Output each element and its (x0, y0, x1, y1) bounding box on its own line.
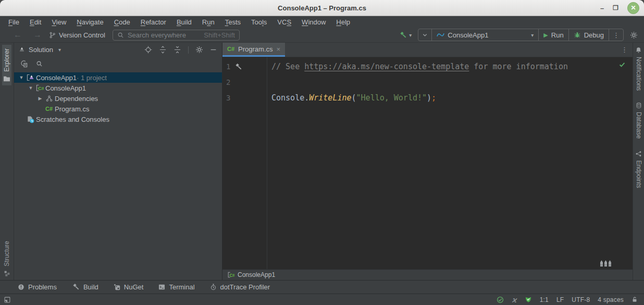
chevron-down-icon[interactable]: ▼ (17, 75, 26, 80)
tree-item-scratches-and-consoles-4[interactable]: Scratches and Consoles (14, 114, 222, 124)
menu-help[interactable]: Help (331, 18, 355, 26)
code-line-1: // See https://aka.ms/new-console-templa… (271, 59, 633, 74)
main-area: Explorer Structure Solution ▾ ▼ConsoleAp… (0, 43, 644, 280)
status-line-separator[interactable]: LF (556, 296, 564, 303)
solution-tree: ▼ConsoleApp1 · 1 project▼C#ConsoleApp1▶D… (14, 71, 222, 280)
gutter-line-3: 3 (222, 90, 267, 106)
gear-icon[interactable] (195, 46, 203, 54)
toolwindow-tab-nuget[interactable]: NuGet (114, 283, 144, 291)
toolwindow-tab-terminal[interactable]: Terminal (158, 283, 194, 291)
status-code-analysis-icon[interactable] (525, 296, 532, 303)
debug-button[interactable]: Debug (568, 29, 609, 41)
select-opened-file-icon[interactable] (20, 60, 28, 68)
menu-view[interactable]: View (46, 18, 71, 26)
menu-run[interactable]: Run (197, 18, 220, 26)
tree-item-label: Program.cs (55, 105, 89, 113)
editor-gutter: 123 (222, 57, 267, 269)
solution-panel-header: Solution ▾ (14, 43, 222, 57)
minimize-icon[interactable] (210, 46, 217, 53)
tab-close-icon[interactable]: × (277, 46, 281, 53)
toolbar-right: ▾ ConsoleApp1 ▾ ▶ Run Debug (399, 29, 638, 41)
menu-code[interactable]: Code (109, 18, 135, 26)
status-indent-style[interactable]: 4 spaces (598, 296, 624, 303)
toolwindows-toggle-icon[interactable] (4, 296, 11, 303)
tree-item-program-cs-3[interactable]: C#Program.cs (14, 104, 222, 114)
menu-build[interactable]: Build (171, 18, 197, 26)
tree-item-label: Scratches and Consoles (36, 116, 109, 123)
minimize-button[interactable]: – (600, 5, 604, 11)
status-caret-position[interactable]: 1:1 (540, 296, 549, 303)
tree-item-consoleapp1-0[interactable]: ▼ConsoleApp1 · 1 project (14, 72, 222, 83)
line-number: 3 (226, 94, 230, 102)
status-encoding[interactable]: UTF-8 (572, 296, 590, 303)
sidebar-tab-structure[interactable]: Structure (3, 241, 10, 277)
toolwindow-tab-label: Build (83, 283, 98, 291)
status-inspections-ok-icon[interactable] (497, 296, 504, 303)
expand-all-icon[interactable] (159, 46, 167, 54)
menu-edit[interactable]: Edit (24, 18, 46, 26)
gutter-line-2: 2 (222, 74, 267, 90)
menu-tests[interactable]: Tests (220, 18, 246, 26)
run-configuration-select[interactable]: ConsoleApp1 ▾ (431, 29, 538, 41)
collapse-all-icon[interactable] (174, 46, 181, 54)
analysis-ok-check-icon[interactable] (618, 61, 626, 68)
debug-bug-icon (574, 31, 581, 39)
gutter-line-1: 1 (222, 59, 267, 74)
sidebar-tab-explorer[interactable]: Explorer (2, 45, 11, 85)
menu-file[interactable]: File (3, 18, 24, 26)
code-segment: . (304, 93, 309, 103)
hammer-icon (72, 283, 80, 291)
code-segment: for more information (469, 62, 568, 71)
dependencies-icon (44, 95, 54, 103)
menu-vcs[interactable]: VCS (272, 18, 296, 26)
line-number: 2 (226, 78, 230, 86)
chevron-right-icon[interactable]: ▶ (36, 96, 44, 101)
hammer-icon[interactable] (234, 63, 242, 71)
menu-tools[interactable]: Tools (246, 18, 272, 26)
editor-tab-bar: C# Program.cs × ⋮ (222, 43, 633, 57)
toolwindow-tab-build[interactable]: Build (72, 283, 98, 291)
tree-item-consoleapp1-1[interactable]: ▼C#ConsoleApp1 (14, 83, 222, 93)
close-button[interactable]: ✕ (627, 2, 639, 14)
menu-refactor[interactable]: Refactor (135, 18, 171, 26)
window-title: ConsoleApp1 – Program.cs (278, 4, 366, 12)
tree-item-dependencies-2[interactable]: ▶Dependencies (14, 93, 222, 104)
build-solution-button[interactable]: ▾ (399, 31, 412, 39)
maximize-button[interactable]: ❒ (613, 5, 618, 11)
menu-navigate[interactable]: Navigate (71, 18, 108, 26)
sidebar-tab-endpoints[interactable]: Endpoints (635, 150, 642, 188)
chevron-down-icon[interactable]: ▾ (58, 47, 61, 53)
toolwindow-tab-label: NuGet (124, 283, 144, 291)
tree-item-label: ConsoleApp1 (45, 84, 86, 92)
sidebar-tab-database[interactable]: Database (635, 102, 642, 138)
toolwindow-tab-problems[interactable]: Problems (18, 283, 57, 291)
version-control-widget[interactable]: Version Control (49, 31, 105, 39)
breadcrumb-project[interactable]: ConsoleApp1 (238, 271, 275, 278)
search-shortcut: Shift+Shift (204, 31, 235, 39)
forward-arrow-icon[interactable]: → (33, 31, 42, 39)
settings-gear-icon[interactable] (630, 31, 638, 39)
locate-icon[interactable] (144, 46, 152, 54)
chevron-down-icon[interactable]: ▼ (27, 85, 35, 91)
search-icon[interactable] (36, 60, 43, 67)
tab-program-cs[interactable]: C# Program.cs × (222, 43, 285, 57)
code-line-2 (271, 74, 633, 90)
code-editor[interactable]: 123 // See https://aka.ms/new-console-te… (222, 57, 633, 269)
problems-icon (18, 284, 24, 290)
search-everywhere-box[interactable]: Search everywhere Shift+Shift (113, 30, 240, 41)
sidebar-tab-notifications[interactable]: Notifications (635, 47, 642, 91)
menu-window[interactable]: Window (296, 18, 331, 26)
main-toolbar: ← → Version Control Search everywhere Sh… (0, 28, 644, 43)
tab-options-icon[interactable]: ⋮ (621, 46, 628, 54)
run-widget-expand-button[interactable] (418, 29, 431, 41)
back-arrow-icon[interactable]: ← (14, 31, 22, 39)
chevron-down-icon (422, 32, 428, 38)
status-readonly-toggle-icon[interactable] (631, 296, 638, 303)
solution-view-label[interactable]: Solution (29, 46, 53, 54)
more-run-options-button[interactable]: ⋮ (609, 29, 623, 41)
toolwindow-tab-dottrace-profiler[interactable]: dotTrace Profiler (210, 283, 270, 291)
explorer-tab-label: Explorer (3, 48, 10, 72)
bottom-tool-window-bar: ProblemsBuildNuGetTerminaldotTrace Profi… (0, 280, 644, 294)
dotnet-project-icon (437, 32, 444, 37)
run-button[interactable]: ▶ Run (538, 29, 568, 41)
